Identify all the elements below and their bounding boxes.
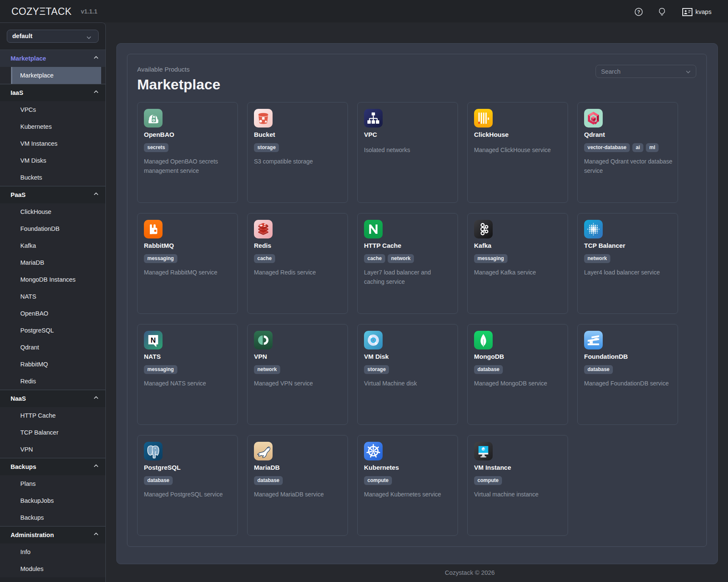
- svg-text:N: N: [151, 336, 156, 344]
- svg-text:?: ?: [637, 9, 640, 14]
